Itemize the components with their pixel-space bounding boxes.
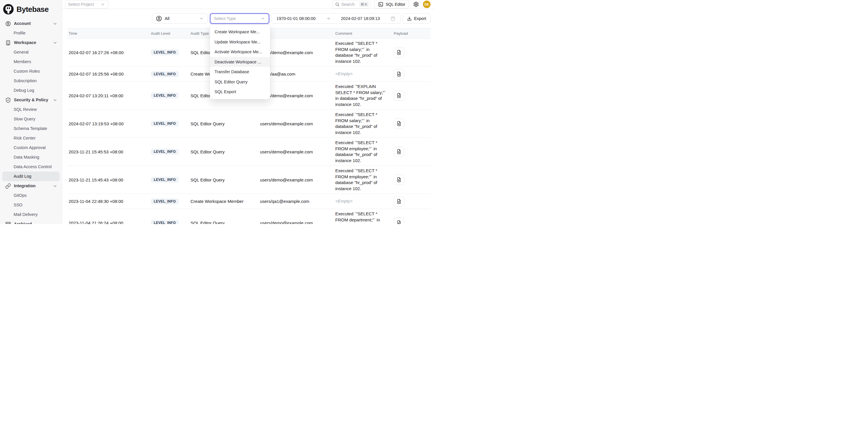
download-icon: [407, 16, 412, 21]
cell-audit-type: SQL Editor Query: [190, 178, 260, 182]
calendar-icon: [390, 16, 396, 21]
view-payload-button[interactable]: [394, 118, 404, 129]
type-filter-select[interactable]: Select Type Create Workspace Me...Update…: [210, 13, 269, 24]
sidebar-item-archived[interactable]: Archived: [2, 219, 60, 224]
view-payload-button[interactable]: [394, 47, 404, 58]
sql-editor-button-label: SQL Editor: [386, 2, 405, 7]
type-dropdown-menu: Create Workspace Me...Update Workspace M…: [210, 25, 270, 99]
cell-comment: <Empty>: [335, 71, 387, 77]
cell-time: 2024-02-07 13:20:11 +08:00: [69, 93, 151, 98]
audit-level-badge: LEVEL_INFO: [151, 71, 179, 77]
chevron-down-icon: [199, 16, 204, 21]
chevron-down-icon: [100, 2, 105, 7]
dropdown-option-create-workspace-me[interactable]: Create Workspace Me...: [210, 27, 270, 37]
dropdown-option-sql-export[interactable]: SQL Export: [210, 87, 270, 97]
file-search-icon: [396, 220, 402, 224]
table-row: 2023-11-04 21:26:24 +08:00LEVEL_INFOSQL …: [67, 209, 431, 224]
topbar: Select Project Search ⌘ K SQL: [62, 0, 434, 9]
sidebar-item-custom-roles[interactable]: Custom Roles: [2, 67, 60, 76]
sidebar-item-subscription[interactable]: Subscription: [2, 76, 60, 86]
dropdown-option-activate-workspace-me[interactable]: Activate Workspace Me...: [210, 47, 270, 57]
app-root: Bytebase AccountProfileWorkspaceGeneralM…: [0, 0, 434, 224]
cell-payload: [390, 147, 431, 157]
date-start-value: 1970-01-01 08:00:00: [277, 16, 316, 21]
sidebar-item-audit-log[interactable]: Audit Log: [2, 171, 60, 181]
sidebar-item-gitops[interactable]: GitOps: [2, 191, 60, 200]
sidebar-item-risk-center[interactable]: Risk Center: [2, 133, 60, 143]
sidebar-section-label: Integration: [14, 183, 36, 189]
cell-audit-type: Create Workspace Member: [190, 199, 260, 204]
sql-editor-button[interactable]: SQL Editor: [374, 0, 409, 9]
cell-time: 2024-02-07 16:27:26 +08:00: [69, 50, 151, 55]
sidebar-section-label: Security & Policy: [14, 97, 48, 103]
project-select[interactable]: Select Project: [65, 0, 108, 9]
shield-check-icon: [5, 97, 11, 103]
cell-audit-level: LEVEL_INFO: [151, 198, 190, 204]
settings-gear-icon[interactable]: [413, 1, 419, 7]
sidebar-item-general[interactable]: General: [2, 47, 60, 57]
dropdown-option-deactivate-workspace[interactable]: Deactivate Workspace ...: [210, 57, 270, 67]
sidebar-item-data-access-control[interactable]: Data Access Control: [2, 162, 60, 171]
brand-logo[interactable]: Bytebase: [2, 3, 60, 19]
type-filter-placeholder: Select Type: [214, 16, 236, 21]
sidebar-item-debug-log[interactable]: Debug Log: [2, 86, 60, 95]
cell-comment: Executed `"SELECT * FROM salary;"` in da…: [335, 112, 387, 135]
archive-icon: [5, 221, 11, 224]
file-search-icon: [396, 71, 402, 77]
sidebar-item-custom-approval[interactable]: Custom Approval: [2, 143, 60, 153]
file-search-icon: [396, 50, 402, 55]
view-payload-button[interactable]: [394, 218, 404, 224]
sidebar-item-slow-query[interactable]: Slow Query: [2, 114, 60, 124]
bytebase-logo-icon: [3, 4, 14, 15]
user-circle-icon: [5, 21, 11, 27]
cell-audit-level: LEVEL_INFO: [151, 71, 190, 77]
view-payload-button[interactable]: [394, 69, 404, 79]
cell-actor: users/demo@example.com: [260, 50, 335, 55]
sidebar-section-label: Account: [14, 21, 31, 27]
view-payload-button[interactable]: [394, 147, 404, 157]
view-payload-button[interactable]: [394, 174, 404, 185]
dropdown-option-update-workspace-me[interactable]: Update Workspace Me...: [210, 37, 270, 47]
column-header-audit-level: Audit Level: [151, 31, 190, 36]
export-button-label: Export: [414, 16, 426, 21]
audit-level-badge: LEVEL_INFO: [151, 50, 179, 55]
sidebar-item-schema-template[interactable]: Schema Template: [2, 124, 60, 133]
sidebar-item-profile[interactable]: Profile: [2, 28, 60, 38]
cell-payload: [390, 174, 431, 185]
date-range-picker[interactable]: 1970-01-01 08:00:00 2024-02-07 18:09:13: [272, 13, 400, 24]
cell-payload: [390, 90, 431, 101]
dropdown-option-transfer-database[interactable]: Transfer Database: [210, 67, 270, 77]
table-row: 2023-11-21 15:45:43 +08:00LEVEL_INFOSQL …: [67, 166, 431, 194]
cell-actor: users/demo@example.com: [260, 121, 335, 126]
cell-actor: users/demo@example.com: [260, 221, 335, 224]
actor-filter-value: All: [165, 16, 169, 21]
sidebar-item-data-masking[interactable]: Data Masking: [2, 153, 60, 162]
link-icon: [5, 183, 11, 189]
sidebar-item-sql-review[interactable]: SQL Review: [2, 105, 60, 114]
search-input[interactable]: Search ⌘ K: [332, 0, 370, 9]
export-button[interactable]: Export: [403, 13, 431, 24]
sidebar-item-integration[interactable]: Integration: [2, 181, 60, 191]
actor-filter-select[interactable]: All: [152, 13, 208, 24]
view-payload-button[interactable]: [394, 196, 404, 206]
avatar[interactable]: DE: [423, 1, 431, 8]
sidebar-item-security-policy[interactable]: Security & Policy: [2, 95, 60, 105]
sidebar-item-workspace[interactable]: Workspace: [2, 38, 60, 47]
dropdown-option-sql-editor-query[interactable]: SQL Editor Query: [210, 77, 270, 87]
column-header-comment: Comment: [335, 31, 390, 36]
terminal-icon: [378, 2, 383, 7]
cell-payload: [390, 196, 431, 206]
sidebar-item-members[interactable]: Members: [2, 57, 60, 67]
arrow-right-icon: [326, 16, 331, 21]
sidebar-item-mail-delivery[interactable]: Mail Delivery: [2, 210, 60, 219]
sidebar-item-sso[interactable]: SSO: [2, 200, 60, 210]
sidebar-section-label: Archived: [14, 221, 32, 224]
table-row: 2024-02-07 13:19:53 +08:00LEVEL_INFOSQL …: [67, 110, 431, 138]
sidebar-item-account[interactable]: Account: [2, 19, 60, 28]
cell-audit-level: LEVEL_INFO: [151, 177, 190, 183]
cell-audit-level: LEVEL_INFO: [151, 50, 190, 55]
cell-payload: [390, 218, 431, 224]
view-payload-button[interactable]: [394, 90, 404, 101]
cell-actor: users/qa1@example.com: [260, 199, 335, 204]
filter-row: All Select Type Create Workspace Me...Up…: [67, 13, 431, 24]
